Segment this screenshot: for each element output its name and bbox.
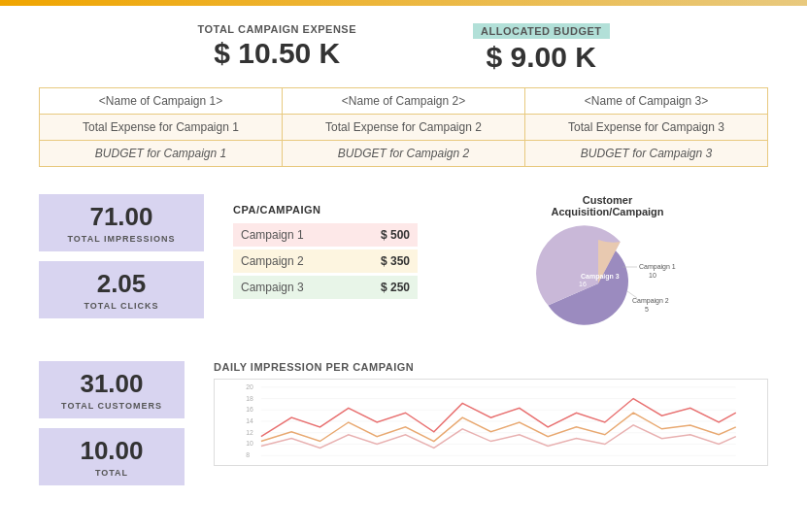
cpa-section: CPA/CAMPAIGN Campaign 1 $ 500 Campaign 2… (233, 194, 418, 302)
svg-text:16: 16 (246, 406, 253, 413)
campaign-budget-row: BUDGET for Campaign 1 BUDGET for Campaig… (40, 141, 768, 167)
campaign-3-header: <Name of Campaign 3> (525, 88, 768, 115)
campaign-3-expense: Total Expense for Campaign 3 (525, 115, 768, 141)
pie-label-campaign1-text: Campaign 1 (639, 263, 676, 271)
svg-text:10: 10 (649, 272, 656, 279)
clicks-value: 2.05 (54, 269, 188, 299)
svg-text:16: 16 (579, 281, 587, 287)
campaign-2-expense: Total Expense for Campaign 2 (283, 115, 525, 141)
allocated-budget-item: ALLOCATED BUDGET $ 9.00 K (473, 23, 610, 74)
svg-text:8: 8 (246, 451, 250, 458)
cpa-campaign-3-value: $ 250 (381, 281, 410, 294)
pie-chart-container: Campaign 3 16 Campaign 1 10 Campaign 2 5 (530, 225, 686, 342)
pie-chart-section: CustomerAcquisition/Campaign Campaign 3 … (447, 194, 768, 342)
impressions-box: 71.00 TOTAL IMPRESSIONS (39, 194, 204, 251)
cpa-title: CPA/CAMPAIGN (233, 204, 418, 216)
campaign-1-expense: Total Expense for Campaign 1 (40, 115, 283, 141)
pie-chart-title: CustomerAcquisition/Campaign (551, 194, 663, 217)
line-campaign1 (261, 399, 736, 437)
daily-chart-title: DAILY IMPRESSION PER CAMPAIGN (214, 361, 768, 373)
campaign-2-budget: BUDGET for Campaign 2 (283, 141, 525, 167)
total-expense-value: $ 10.50 K (197, 37, 356, 70)
svg-text:5: 5 (645, 306, 649, 313)
total-expense-item: TOTAL CAMPAIGN EXPENSE $ 10.50 K (197, 23, 356, 74)
campaign-header-row: <Name of Campaign 1> <Name of Campaign 2… (40, 88, 768, 115)
line-campaign2 (261, 413, 736, 441)
cpa-campaign-2-value: $ 350 (381, 254, 410, 268)
bottom-left-metrics: 31.00 TOTAL CUSTOMERS 10.00 TOTAL (39, 361, 185, 485)
fourth-label: TOTAL (54, 468, 169, 478)
summary-section: TOTAL CAMPAIGN EXPENSE $ 10.50 K ALLOCAT… (0, 6, 807, 87)
campaign-1-budget: BUDGET for Campaign 1 (40, 141, 283, 167)
cpa-campaign-1-label: Campaign 1 (241, 228, 304, 242)
daily-chart: 20 18 16 14 12 10 8 (214, 379, 768, 466)
campaign-expense-row: Total Expense for Campaign 1 Total Expen… (40, 115, 768, 141)
left-metrics: 71.00 TOTAL IMPRESSIONS 2.05 TOTAL CLICK… (39, 194, 204, 318)
campaign-2-header: <Name of Campaign 2> (283, 88, 525, 115)
allocated-budget-value: $ 9.00 K (473, 41, 610, 74)
svg-text:18: 18 (246, 395, 253, 402)
bottom-section: 31.00 TOTAL CUSTOMERS 10.00 TOTAL DAILY … (0, 351, 807, 495)
daily-chart-section: DAILY IMPRESSION PER CAMPAIGN 20 18 16 1… (214, 361, 768, 466)
cpa-row-1: Campaign 1 $ 500 (233, 223, 418, 247)
cpa-campaign-3-label: Campaign 3 (241, 281, 304, 294)
metrics-section: 71.00 TOTAL IMPRESSIONS 2.05 TOTAL CLICK… (0, 184, 807, 351)
impressions-value: 71.00 (54, 202, 188, 232)
cpa-campaign-1-value: $ 500 (381, 228, 410, 242)
svg-text:10: 10 (246, 440, 253, 447)
customers-value: 31.00 (54, 369, 169, 399)
cpa-row-3: Campaign 3 $ 250 (233, 276, 418, 299)
clicks-label: TOTAL CLICKS (54, 301, 188, 311)
impressions-label: TOTAL IMPRESSIONS (54, 234, 188, 244)
cpa-row-2: Campaign 2 $ 350 (233, 249, 418, 273)
svg-text:12: 12 (246, 429, 253, 436)
allocated-budget-label: ALLOCATED BUDGET (473, 23, 610, 39)
clicks-box: 2.05 TOTAL CLICKS (39, 261, 204, 318)
campaign-3-budget: BUDGET for Campaign 3 (525, 141, 768, 167)
cpa-campaign-2-label: Campaign 2 (241, 254, 304, 268)
campaign-1-header: <Name of Campaign 1> (40, 88, 283, 115)
svg-text:14: 14 (246, 417, 253, 424)
daily-chart-svg: 20 18 16 14 12 10 8 (215, 380, 767, 465)
total-expense-label: TOTAL CAMPAIGN EXPENSE (197, 23, 356, 35)
fourth-value: 10.00 (54, 436, 169, 466)
customers-box: 31.00 TOTAL CUSTOMERS (39, 361, 185, 418)
pie-label-campaign3: Campaign 3 (581, 273, 620, 281)
customers-label: TOTAL CUSTOMERS (54, 401, 169, 411)
fourth-box: 10.00 TOTAL (39, 428, 185, 485)
pie-label-campaign2-text: Campaign 2 (632, 297, 669, 305)
pie-chart-svg: Campaign 3 16 Campaign 1 10 Campaign 2 5 (530, 225, 686, 342)
campaign-table: <Name of Campaign 1> <Name of Campaign 2… (39, 87, 768, 167)
svg-text:20: 20 (246, 383, 253, 390)
